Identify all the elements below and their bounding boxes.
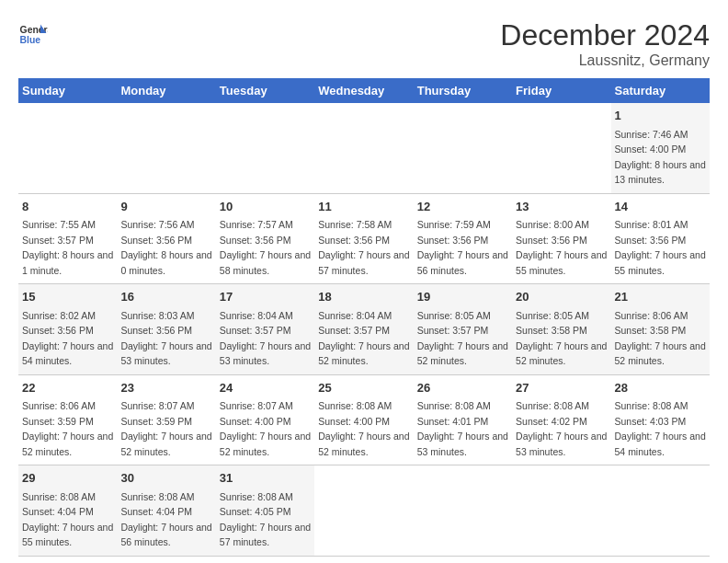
- calendar-cell: 25Sunrise: 8:08 AMSunset: 4:00 PMDayligh…: [314, 374, 413, 465]
- day-sunrise: Sunrise: 8:08 AM: [615, 400, 688, 411]
- day-number: 27: [516, 379, 607, 397]
- day-number: 15: [22, 288, 113, 306]
- day-sunrise: Sunrise: 8:05 AM: [417, 310, 491, 321]
- day-sunset: Sunset: 4:01 PM: [417, 416, 489, 427]
- weekday-header-saturday: Saturday: [611, 78, 710, 103]
- day-sunset: Sunset: 3:56 PM: [220, 235, 291, 246]
- day-number: 28: [615, 379, 706, 397]
- day-sunset: Sunset: 3:56 PM: [22, 325, 94, 336]
- day-daylight: Daylight: 7 hours and 52 minutes.: [120, 431, 211, 457]
- day-daylight: Daylight: 7 hours and 54 minutes.: [615, 431, 706, 457]
- day-number: 1: [615, 107, 706, 125]
- day-sunset: Sunset: 4:04 PM: [22, 506, 94, 517]
- day-daylight: Daylight: 7 hours and 53 minutes.: [220, 340, 311, 367]
- day-daylight: Daylight: 7 hours and 53 minutes.: [516, 431, 607, 457]
- day-sunset: Sunset: 3:57 PM: [318, 325, 390, 336]
- day-number: 26: [417, 379, 508, 397]
- calendar-cell: 8Sunrise: 7:55 AMSunset: 3:57 PMDaylight…: [18, 193, 117, 284]
- calendar-cell: 15Sunrise: 8:02 AMSunset: 3:56 PMDayligh…: [18, 284, 117, 375]
- day-sunrise: Sunrise: 8:05 AM: [516, 310, 589, 321]
- calendar-cell: 11Sunrise: 7:58 AMSunset: 3:56 PMDayligh…: [314, 193, 413, 284]
- weekday-header-friday: Friday: [512, 78, 610, 103]
- day-sunset: Sunset: 3:59 PM: [120, 416, 192, 427]
- day-sunset: Sunset: 3:56 PM: [516, 235, 587, 246]
- day-sunset: Sunset: 3:56 PM: [417, 235, 489, 246]
- day-sunset: Sunset: 3:56 PM: [120, 235, 192, 246]
- day-number: 24: [220, 379, 311, 397]
- day-sunset: Sunset: 4:05 PM: [220, 506, 291, 517]
- day-sunrise: Sunrise: 8:08 AM: [516, 400, 589, 411]
- day-sunrise: Sunrise: 8:08 AM: [22, 491, 96, 502]
- day-sunrise: Sunrise: 7:56 AM: [120, 219, 194, 230]
- calendar-cell: 22Sunrise: 8:06 AMSunset: 3:59 PMDayligh…: [18, 374, 117, 465]
- day-daylight: Daylight: 7 hours and 54 minutes.: [22, 340, 113, 367]
- calendar-cell: 27Sunrise: 8:08 AMSunset: 4:02 PMDayligh…: [512, 374, 610, 465]
- day-sunset: Sunset: 3:56 PM: [615, 235, 687, 246]
- day-daylight: Daylight: 7 hours and 52 minutes.: [220, 431, 311, 457]
- day-sunset: Sunset: 4:00 PM: [220, 416, 291, 427]
- calendar-cell: 21Sunrise: 8:06 AMSunset: 3:58 PMDayligh…: [611, 284, 710, 375]
- day-number: 23: [120, 379, 211, 397]
- calendar-cell: 12Sunrise: 7:59 AMSunset: 3:56 PMDayligh…: [414, 193, 512, 284]
- day-sunset: Sunset: 3:57 PM: [22, 235, 94, 246]
- calendar-week-1: 1Sunrise: 7:46 AMSunset: 4:00 PMDaylight…: [18, 103, 710, 193]
- day-sunrise: Sunrise: 7:59 AM: [417, 219, 491, 230]
- day-number: 31: [220, 469, 311, 488]
- day-sunrise: Sunrise: 7:55 AM: [22, 219, 96, 230]
- day-daylight: Daylight: 7 hours and 52 minutes.: [516, 340, 607, 367]
- day-sunset: Sunset: 4:04 PM: [120, 506, 192, 517]
- calendar-cell: 29Sunrise: 8:08 AMSunset: 4:04 PMDayligh…: [18, 465, 117, 557]
- weekday-header-thursday: Thursday: [414, 78, 512, 103]
- day-sunset: Sunset: 4:00 PM: [615, 144, 687, 155]
- day-number: 8: [22, 198, 113, 216]
- title-area: December 2024 Laussnitz, Germany: [500, 18, 710, 69]
- day-sunset: Sunset: 3:58 PM: [516, 325, 587, 336]
- weekday-header-row: SundayMondayTuesdayWednesdayThursdayFrid…: [18, 78, 710, 103]
- day-sunset: Sunset: 3:59 PM: [22, 416, 94, 427]
- day-daylight: Daylight: 7 hours and 52 minutes.: [22, 431, 113, 457]
- day-daylight: Daylight: 7 hours and 52 minutes.: [417, 340, 508, 367]
- day-daylight: Daylight: 8 hours and 1 minute.: [22, 249, 113, 276]
- day-number: 17: [220, 288, 311, 306]
- weekday-header-tuesday: Tuesday: [216, 78, 314, 103]
- page-header: General Blue December 2024 Laussnitz, Ge…: [18, 18, 710, 69]
- day-number: 16: [120, 288, 211, 306]
- day-sunrise: Sunrise: 8:04 AM: [220, 310, 293, 321]
- calendar-cell: 14Sunrise: 8:01 AMSunset: 3:56 PMDayligh…: [611, 193, 710, 284]
- day-number: 14: [615, 198, 706, 216]
- day-daylight: Daylight: 7 hours and 53 minutes.: [417, 431, 508, 457]
- calendar-week-4: 22Sunrise: 8:06 AMSunset: 3:59 PMDayligh…: [18, 374, 710, 465]
- calendar-cell: [414, 465, 512, 557]
- day-daylight: Daylight: 7 hours and 56 minutes.: [417, 249, 508, 276]
- day-daylight: Daylight: 7 hours and 57 minutes.: [220, 522, 311, 548]
- day-sunrise: Sunrise: 8:01 AM: [615, 219, 688, 230]
- day-sunrise: Sunrise: 8:02 AM: [22, 310, 96, 321]
- day-sunrise: Sunrise: 8:06 AM: [22, 400, 96, 411]
- calendar-cell: 26Sunrise: 8:08 AMSunset: 4:01 PMDayligh…: [414, 374, 512, 465]
- calendar-cell: 17Sunrise: 8:04 AMSunset: 3:57 PMDayligh…: [216, 284, 314, 375]
- day-sunset: Sunset: 3:58 PM: [615, 325, 687, 336]
- day-sunrise: Sunrise: 7:57 AM: [220, 219, 293, 230]
- calendar-cell: 16Sunrise: 8:03 AMSunset: 3:56 PMDayligh…: [117, 284, 215, 375]
- day-number: 22: [22, 379, 113, 397]
- day-sunset: Sunset: 3:56 PM: [318, 235, 390, 246]
- day-sunrise: Sunrise: 8:00 AM: [516, 219, 589, 230]
- day-sunset: Sunset: 4:03 PM: [615, 416, 687, 427]
- day-sunrise: Sunrise: 7:46 AM: [615, 129, 688, 140]
- day-number: 25: [318, 379, 409, 397]
- day-sunrise: Sunrise: 8:08 AM: [220, 491, 293, 502]
- weekday-header-monday: Monday: [117, 78, 215, 103]
- day-number: 18: [318, 288, 409, 306]
- day-number: 10: [220, 198, 311, 216]
- day-number: 30: [120, 469, 211, 488]
- logo-icon: General Blue: [18, 18, 48, 48]
- calendar-cell: 28Sunrise: 8:08 AMSunset: 4:03 PMDayligh…: [611, 374, 710, 465]
- day-sunset: Sunset: 4:02 PM: [516, 416, 587, 427]
- calendar-cell: 18Sunrise: 8:04 AMSunset: 3:57 PMDayligh…: [314, 284, 413, 375]
- day-number: 11: [318, 198, 409, 216]
- calendar-cell: [512, 103, 610, 193]
- day-daylight: Daylight: 7 hours and 55 minutes.: [615, 249, 706, 276]
- day-daylight: Daylight: 7 hours and 57 minutes.: [318, 249, 409, 276]
- day-number: 9: [120, 198, 211, 216]
- day-daylight: Daylight: 7 hours and 55 minutes.: [22, 522, 113, 548]
